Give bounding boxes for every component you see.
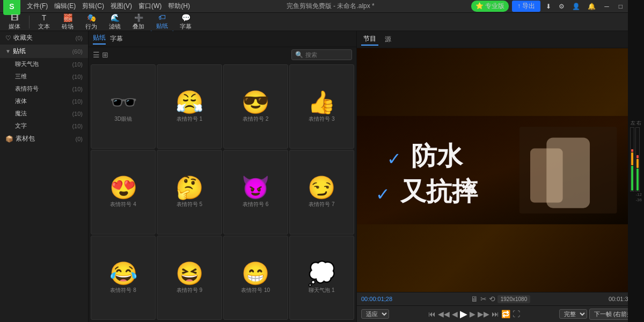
sticker-item-11[interactable]: 💭 聊天气泡 1 — [289, 236, 354, 320]
fullscreen-icon[interactable]: ⛶ — [513, 310, 520, 318]
vol-right-bar — [636, 169, 639, 191]
sidebar-item-favorites[interactable]: ♡ 收藏夹 (0) — [0, 31, 88, 45]
export-button[interactable]: ↑ 导出 — [512, 1, 540, 12]
menu-view[interactable]: 视图(V) — [111, 2, 132, 11]
loop-icon[interactable]: 🔁 — [501, 310, 510, 318]
stickers-count: (60) — [72, 48, 83, 55]
minimize-button[interactable]: ─ — [601, 3, 612, 10]
sort-icons: ☰ ⊞ — [93, 50, 108, 59]
search-box[interactable]: 🔍 — [291, 49, 352, 60]
step-forward-icon[interactable]: ▶▶ — [478, 310, 489, 318]
menu-edit[interactable]: 编辑(E) — [54, 2, 76, 11]
brickyard-label: 砖场 — [62, 23, 74, 31]
pro-badge: ⭐ 专业版 — [471, 1, 509, 12]
media-icon: 🎞 — [11, 13, 18, 22]
toolbar-media[interactable]: 🎞 媒体 — [3, 12, 26, 32]
material-icon: 📦 — [5, 135, 13, 143]
sidebar-item-liquid[interactable]: 液体 (10) — [10, 95, 88, 107]
sticker-item-7[interactable]: 😏 表情符号 7 — [289, 150, 354, 234]
menu-clip[interactable]: 剪辑(C) — [82, 2, 104, 11]
db-label-neg36: -36 — [630, 197, 642, 202]
sidebar-item-emoji[interactable]: 表情符号 (10) — [10, 83, 88, 95]
toolbar-text[interactable]: T 文本 — [33, 12, 55, 32]
tab-source[interactable]: 源 — [383, 34, 393, 45]
preview-header: 节目 源 TA 3 — [357, 31, 644, 48]
sticker-emoji-8: 😂 — [109, 262, 137, 285]
step-back-icon[interactable]: ◀◀ — [438, 310, 450, 318]
download-icon[interactable]: ⬇ — [544, 3, 553, 10]
preview-controls-top: 00:00:01;28 🖥 ✂ ⟲ 1920x1080 00:01:37;04 — [357, 292, 644, 305]
toolbar-filter[interactable]: 🌊 滤镜 — [104, 12, 126, 32]
preview-controls-bottom: 适应 ⏮ ◀◀ ◀ ▶ ▶ ▶▶ ⏭ 🔁 ⛶ 完整 下一帧 (右箭头) — [357, 305, 644, 322]
sticker-item-4[interactable]: 😍 表情符号 4 — [91, 150, 156, 234]
search-input[interactable] — [305, 52, 348, 58]
sticker-label-8: 表情符号 8 — [110, 287, 136, 294]
monitor-icon[interactable]: 🖥 — [471, 295, 478, 303]
sidebar-item-text[interactable]: 文字 (10) — [10, 120, 88, 132]
list-view-icon[interactable]: ☰ — [93, 50, 100, 59]
sticker-label-3: 表情符号 3 — [309, 115, 334, 123]
toolbar-subtitle[interactable]: 💬 字幕 — [174, 12, 197, 32]
vol-left-clip — [631, 149, 633, 152]
top-right-buttons: ⭐ 专业版 ↑ 导出 ⬇ ⚙ 👤 🔔 ─ □ ✕ — [471, 1, 641, 12]
fit-select[interactable]: 适应 — [361, 309, 389, 319]
sidebar-item-3d[interactable]: 三维 (10) — [10, 70, 88, 83]
notification-icon[interactable]: 🔔 — [586, 3, 598, 10]
toolbar-sticker[interactable]: 🏷 贴纸 — [151, 12, 173, 32]
sidebar-item-chat-bubble[interactable]: 聊天气泡 (10) — [10, 58, 88, 70]
settings-icon[interactable]: ⚙ — [557, 3, 567, 10]
play-button[interactable]: ▶ — [460, 308, 467, 320]
3d-label: 三维 — [15, 72, 27, 80]
sticker-emoji-3: 👍 — [308, 91, 335, 114]
brickyard-icon: 🧱 — [63, 13, 72, 22]
volume-meter: 左 右 -12 -36 — [628, 0, 644, 322]
sticker-item-1[interactable]: 😤 表情符号 1 — [157, 64, 222, 149]
sticker-item-10[interactable]: 😁 表情符号 10 — [223, 236, 288, 320]
crop-icon[interactable]: ✂ — [480, 295, 487, 303]
menu-file[interactable]: 文件(F) — [27, 2, 48, 11]
transform-icon[interactable]: ⟲ — [489, 295, 495, 303]
user-icon[interactable]: 👤 — [570, 3, 582, 10]
go-to-start-icon[interactable]: ⏮ — [428, 310, 436, 318]
sticker-item-8[interactable]: 😂 表情符号 8 — [91, 236, 156, 320]
sticker-label-0: 3D眼镜 — [114, 115, 132, 123]
magic-label: 魔法 — [15, 109, 27, 118]
sticker-emoji-4: 😍 — [109, 177, 137, 199]
search-icon: 🔍 — [295, 51, 303, 58]
sticker-item-6[interactable]: 😈 表情符号 6 — [223, 150, 288, 234]
menu-help[interactable]: 帮助(H) — [168, 2, 190, 11]
grid-view-icon[interactable]: ⊞ — [102, 50, 108, 59]
svg-text:✓: ✓ — [387, 149, 401, 169]
toolbar: 🎞 媒体 T 文本 🧱 砖场 🎭 行为 🌊 滤镜 ➕ 叠加 🏷 贴纸 💬 字幕 — [0, 13, 644, 31]
sidebar-item-material-pack[interactable]: 📦 素材包 (0) — [0, 132, 88, 145]
sticker-item-5[interactable]: 🤔 表情符号 5 — [157, 150, 222, 234]
sticker-subcategories: 聊天气泡 (10) 三维 (10) 表情符号 (10) 液体 (10) 魔法 (… — [0, 58, 88, 132]
tab-program[interactable]: 节目 — [361, 33, 378, 46]
sticker-grid: 🕶️ 3D眼镜 😤 表情符号 1 😎 表情符号 2 👍 表情符号 3 😍 表情符… — [89, 62, 356, 322]
toolbar-brickyard[interactable]: 🧱 砖场 — [56, 12, 79, 32]
prev-frame-icon[interactable]: ◀ — [452, 310, 458, 318]
tab-subtitle[interactable]: 字幕 — [110, 34, 123, 43]
sidebar-item-magic[interactable]: 魔法 (10) — [10, 107, 88, 120]
sticker-item-0[interactable]: 🕶️ 3D眼镜 — [91, 64, 156, 149]
vol-right-clip — [636, 155, 639, 158]
sticker-item-2[interactable]: 😎 表情符号 2 — [223, 64, 288, 149]
sticker-item-9[interactable]: 😆 表情符号 9 — [157, 236, 222, 320]
complete-select[interactable]: 完整 — [559, 309, 587, 319]
next-frame-icon[interactable]: ▶ — [470, 310, 475, 318]
go-to-end-icon[interactable]: ⏭ — [492, 310, 499, 318]
toolbar-behavior[interactable]: 🎭 行为 — [80, 12, 103, 32]
text-label: 文字 — [15, 122, 27, 130]
maximize-button[interactable]: □ — [616, 3, 626, 10]
tab-sticker[interactable]: 贴纸 — [93, 33, 106, 45]
emoji-label: 表情符号 — [15, 85, 39, 93]
sticker-item-3[interactable]: 👍 表情符号 3 — [289, 64, 354, 149]
sticker-emoji-6: 😈 — [241, 177, 269, 199]
toolbar-overlay[interactable]: ➕ 叠加 — [127, 12, 150, 32]
svg-rect-3 — [546, 137, 590, 208]
menu-window[interactable]: 窗口(W) — [138, 2, 162, 11]
preview-video: 防水 又抗摔 ✓ ✓ — [357, 48, 644, 292]
sidebar-item-stickers[interactable]: ▼ 贴纸 (60) — [0, 45, 88, 58]
current-timecode: 00:00:01;28 — [361, 296, 392, 302]
app-title: 完鱼剪辑免费版 - 未命名.alpx * — [196, 2, 465, 11]
